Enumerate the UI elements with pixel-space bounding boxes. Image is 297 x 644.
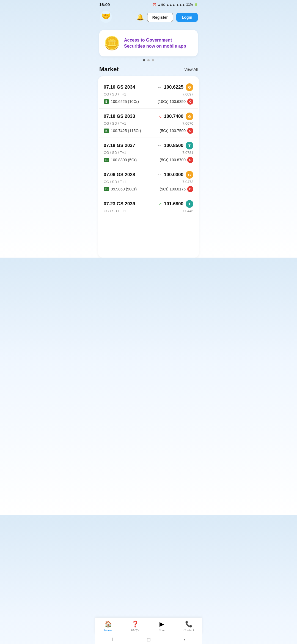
badge-g: G [186, 83, 193, 91]
status-bar: 16:09 ⏰ ▲ 5G ▲▲▲ ▲▲▲ 11% 🔋 [95, 0, 202, 8]
status-time: 16:09 [99, 2, 110, 7]
bid-price: 100.6225 (10Cr) [111, 99, 139, 104]
offer-side: (5Cr) 100.8700 O [160, 157, 193, 163]
security-name: 07.10 GS 2034 [104, 84, 135, 90]
banner: 🪙 Access to Government Securities now on… [99, 30, 198, 56]
yield: 7.0781 [182, 151, 193, 155]
bid-price: 100.8300 (5Cr) [111, 158, 137, 162]
bid-side: B 100.6225 (10Cr) [104, 99, 139, 104]
price-right: ↗ 101.6800 T [158, 200, 193, 208]
offer-price: (5Cr) 100.0175 [160, 187, 186, 191]
header: 🤝 🔔 Register Login [95, 8, 202, 28]
badge-t: T [186, 200, 193, 208]
flat-arrow-icon: ↔ [157, 143, 162, 148]
offer-price: (5Cr) 100.7500 [160, 129, 186, 133]
view-all-link[interactable]: View All [184, 67, 198, 72]
offer-badge: O [187, 157, 193, 163]
price-main: 100.7400 [164, 114, 183, 119]
up-arrow-icon: ↗ [158, 201, 162, 207]
subtitle: CG / SD / T+1 [104, 92, 126, 96]
banner-text: Access to Government Securities now on m… [124, 37, 193, 50]
market-card: 07.10 GS 2034 ↔ 100.6225 G CG / SD / T+1… [98, 76, 199, 258]
dot-1 [143, 59, 145, 61]
header-actions: 🔔 Register Login [136, 13, 198, 22]
price-right: ↔ 100.0300 G [157, 171, 193, 179]
offer-side: (5Cr) 100.0175 O [160, 186, 193, 192]
battery-icon: 🔋 [194, 3, 198, 6]
security-name: 07.18 GS 2037 [104, 143, 135, 148]
bid-badge: B [104, 129, 109, 133]
svg-text:🤝: 🤝 [101, 12, 111, 21]
flat-arrow-icon: ↔ [157, 172, 162, 177]
yield: 7.0097 [182, 92, 193, 96]
flat-arrow-icon: ↔ [157, 85, 162, 90]
market-item[interactable]: 07.10 GS 2034 ↔ 100.6225 G CG / SD / T+1… [99, 80, 198, 109]
market-item[interactable]: 07.18 GS 2033 ↘ 100.7400 G CG / SD / T+1… [99, 109, 198, 138]
login-button[interactable]: Login [176, 13, 198, 22]
badge-g: G [186, 171, 193, 179]
yield: 7.0670 [182, 121, 193, 125]
banner-dots [95, 59, 202, 61]
banner-icon: 🪙 [104, 36, 120, 51]
register-button[interactable]: Register [147, 13, 173, 22]
price-main: 101.6800 [164, 201, 183, 207]
bid-side: B 100.8300 (5Cr) [104, 158, 137, 162]
security-name: 07.23 GS 2039 [104, 201, 135, 207]
dot-2 [147, 59, 150, 61]
price-right: ↔ 100.8500 T [157, 142, 193, 149]
bid-badge: B [104, 99, 109, 104]
badge-g: G [186, 113, 193, 120]
offer-side: (10Cr) 100.6350 O [158, 99, 193, 105]
subtitle: CG / SD / T+1 [104, 121, 126, 125]
battery-text: 11% [186, 3, 193, 7]
bid-side: B 99.9850 (50Cr) [104, 187, 137, 191]
yield: 7.0446 [182, 209, 193, 213]
dot-3 [152, 59, 154, 61]
price-main: 100.6225 [164, 84, 183, 90]
yield: 7.0473 [182, 180, 193, 184]
market-title: Market [99, 66, 119, 73]
price-right: ↔ 100.6225 G [157, 83, 193, 91]
bid-price: 100.7425 (115Cr) [111, 129, 141, 133]
price-right: ↘ 100.7400 G [158, 113, 193, 120]
offer-badge: O [187, 128, 193, 134]
bid-badge: B [104, 187, 109, 191]
market-header: Market View All [95, 66, 202, 76]
offer-badge: O [187, 99, 193, 105]
price-main: 100.8500 [164, 143, 183, 148]
security-name: 07.06 GS 2028 [104, 172, 135, 178]
offer-badge: O [187, 186, 193, 192]
market-item[interactable]: 07.06 GS 2028 ↔ 100.0300 G CG / SD / T+1… [99, 167, 198, 196]
price-main: 100.0300 [164, 172, 183, 178]
security-name: 07.18 GS 2033 [104, 114, 135, 119]
badge-t: T [186, 142, 193, 149]
notification-icon[interactable]: 🔔 [136, 14, 144, 21]
down-arrow-icon: ↘ [158, 114, 162, 119]
offer-price: (5Cr) 100.8700 [160, 158, 186, 162]
subtitle: CG / SD / T+1 [104, 151, 126, 155]
bid-badge: B [104, 158, 109, 162]
alarm-icon: ⏰ [153, 3, 156, 6]
subtitle: CG / SD / T+1 [104, 180, 126, 184]
bid-price: 99.9850 (50Cr) [111, 187, 137, 191]
market-item[interactable]: 07.18 GS 2037 ↔ 100.8500 T CG / SD / T+1… [99, 138, 198, 167]
offer-side: (5Cr) 100.7500 O [160, 128, 193, 134]
market-item[interactable]: 07.23 GS 2039 ↗ 101.6800 T CG / SD / T+1… [99, 196, 198, 219]
offer-price: (10Cr) 100.6350 [158, 99, 186, 104]
subtitle: CG / SD / T+1 [104, 209, 126, 213]
logo: 🤝 [99, 10, 112, 24]
signal-icons: ▲ 5G ▲▲▲ ▲▲▲ [158, 3, 185, 6]
status-icons: ⏰ ▲ 5G ▲▲▲ ▲▲▲ 11% 🔋 [153, 3, 198, 7]
bid-side: B 100.7425 (115Cr) [104, 129, 141, 133]
